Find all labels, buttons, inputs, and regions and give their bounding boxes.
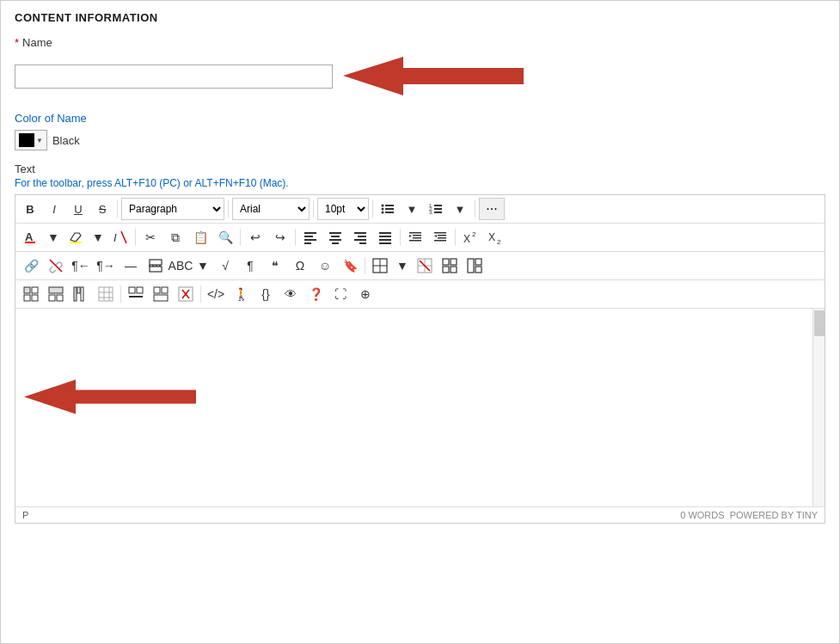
scrollbar-thumb[interactable]	[814, 310, 825, 336]
svg-rect-61	[443, 267, 449, 273]
svg-rect-35	[413, 235, 421, 236]
quote-button[interactable]: ❝	[263, 255, 287, 277]
align-right-button[interactable]	[348, 226, 372, 248]
table-r4-5[interactable]	[124, 283, 148, 305]
table-r4-1[interactable]	[19, 283, 43, 305]
paragraph-select[interactable]: Paragraph Heading 1 Heading 2 Heading 3	[121, 198, 224, 220]
outdent-icon	[433, 230, 447, 244]
rtl-button[interactable]: ¶←	[69, 255, 93, 277]
table-r4-7[interactable]	[174, 283, 198, 305]
more-button[interactable]: ···	[479, 198, 505, 220]
preview-button[interactable]: 👁	[279, 283, 303, 305]
divider-4	[372, 200, 373, 218]
justify-button[interactable]	[373, 226, 397, 248]
outdent-button[interactable]	[428, 226, 452, 248]
emoji-button[interactable]: ☺	[313, 255, 337, 277]
ltr-button[interactable]: ¶→	[94, 255, 118, 277]
editor-content[interactable]	[15, 309, 825, 506]
underline-button[interactable]: U	[67, 198, 89, 220]
name-input-row	[15, 52, 825, 100]
bookmark-button[interactable]: 🔖	[338, 255, 362, 277]
required-star: *	[15, 36, 19, 49]
redo-button[interactable]: ↪	[268, 226, 292, 248]
code-button[interactable]: </>	[204, 283, 228, 305]
svg-text:3.: 3.	[429, 210, 433, 215]
divider-r2-5	[455, 229, 456, 246]
font-select[interactable]: Arial Times New Roman Courier New	[232, 198, 310, 220]
italic-button[interactable]: I	[43, 198, 65, 220]
strikethrough-button[interactable]: S	[91, 198, 113, 220]
svg-rect-39	[434, 232, 446, 234]
clear-format-button[interactable]: I	[108, 226, 132, 248]
paragraph-button[interactable]: ¶	[238, 255, 262, 277]
svg-rect-67	[32, 287, 38, 293]
table-r4-6-icon	[153, 286, 169, 302]
table-options2-button[interactable]	[463, 255, 487, 277]
align-center-button[interactable]	[323, 226, 347, 248]
svg-rect-63	[468, 259, 474, 273]
superscript-button[interactable]: X2	[458, 226, 482, 248]
svg-rect-32	[379, 239, 391, 241]
svg-marker-0	[343, 57, 524, 95]
svg-point-5	[382, 212, 384, 214]
link-button[interactable]: 🔗	[19, 255, 43, 277]
table-r4-2[interactable]	[44, 283, 68, 305]
unordered-list-button[interactable]	[377, 198, 399, 220]
table-r4-3-icon	[73, 286, 89, 302]
svg-rect-21	[304, 242, 311, 244]
help-button[interactable]: ❓	[304, 283, 328, 305]
paste-button[interactable]: 📋	[188, 226, 212, 248]
hr-button[interactable]: —	[119, 255, 143, 277]
table-r4-4[interactable]	[94, 283, 118, 305]
special-chars-button[interactable]: Ω	[288, 255, 312, 277]
name-input[interactable]	[15, 64, 333, 89]
svg-rect-14	[25, 242, 35, 243]
color-swatch-button[interactable]: ▼	[15, 130, 47, 150]
fullscreen-button[interactable]: ⛶	[328, 283, 353, 305]
svg-text:X: X	[463, 233, 470, 244]
size-select[interactable]: 10pt 12pt 14pt 18pt	[317, 198, 369, 220]
table-r4-6[interactable]	[149, 283, 173, 305]
braces-button[interactable]: {}	[254, 283, 278, 305]
text-color-dropdown[interactable]: ▼	[44, 226, 63, 248]
subscript-button[interactable]: X2	[483, 226, 507, 248]
insert-table-button[interactable]	[368, 255, 392, 277]
table-options-button[interactable]	[438, 255, 462, 277]
divider-r3-1	[365, 257, 365, 274]
align-left-button[interactable]	[298, 226, 322, 248]
check-button[interactable]: √	[213, 255, 237, 277]
ordered-list-button[interactable]: 1.2.3.	[425, 198, 447, 220]
svg-rect-34	[409, 232, 421, 234]
table-r4-3[interactable]	[69, 283, 93, 305]
person-button[interactable]: 🚶	[229, 283, 253, 305]
undo-button[interactable]: ↩	[243, 226, 267, 248]
highlight-dropdown[interactable]: ▼	[89, 226, 107, 248]
highlight-button[interactable]	[64, 226, 88, 248]
table-dropdown[interactable]: ▼	[393, 255, 412, 277]
cut-button[interactable]: ✂	[138, 226, 162, 248]
ordered-list-icon: 1.2.3.	[428, 201, 444, 217]
spellcheck-dropdown[interactable]: ▼	[193, 255, 212, 277]
bold-button[interactable]: B	[19, 198, 41, 220]
svg-rect-29	[359, 242, 366, 244]
unlink-button[interactable]	[44, 255, 68, 277]
spellcheck-button[interactable]: ABC	[169, 255, 193, 277]
svg-rect-26	[354, 232, 366, 234]
copy-button[interactable]: ⧉	[163, 226, 187, 248]
text-color-icon: A	[23, 230, 39, 245]
pagebreak-button[interactable]	[144, 255, 168, 277]
find-button[interactable]: 🔍	[213, 226, 237, 248]
svg-marker-38	[409, 235, 412, 237]
svg-line-48	[50, 260, 62, 272]
svg-rect-82	[137, 287, 143, 293]
delete-table-button[interactable]	[413, 255, 437, 277]
add-button[interactable]: ⊕	[353, 283, 377, 305]
delete-table-icon	[417, 258, 432, 273]
editor-scrollbar[interactable]	[812, 309, 825, 506]
divider-r2-1	[135, 229, 136, 246]
text-color-button[interactable]: A	[19, 226, 43, 248]
ordered-list-dropdown[interactable]: ▼	[449, 198, 471, 220]
svg-rect-25	[332, 242, 339, 244]
indent-button[interactable]	[403, 226, 427, 248]
unordered-list-dropdown[interactable]: ▼	[401, 198, 423, 220]
